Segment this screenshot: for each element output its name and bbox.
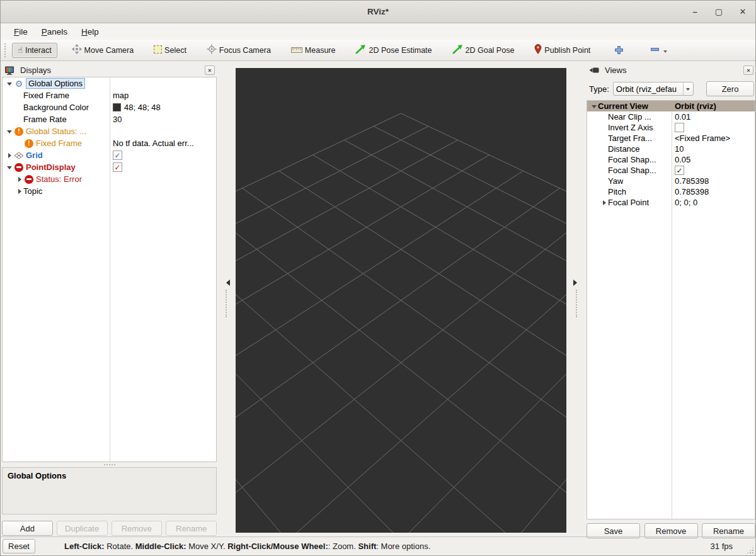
tree-row-focal-point[interactable]: Focal Point0; 0; 0	[587, 197, 755, 208]
tool-focus-camera[interactable]: Focus Camera	[201, 41, 277, 59]
zero-button[interactable]: Zero	[706, 81, 754, 96]
expander-right-icon[interactable]	[5, 153, 13, 158]
views-panel-title: Views	[605, 65, 626, 75]
reset-button[interactable]: Reset	[3, 539, 35, 553]
minimize-button[interactable]: –	[687, 4, 702, 20]
property-label: Pitch	[608, 187, 626, 196]
property-label: Background Color	[23, 103, 89, 112]
right-panel-splitter[interactable]	[567, 64, 586, 533]
displays-splitter-handle[interactable]	[2, 463, 217, 467]
property-value[interactable]: 0.785398	[675, 187, 709, 196]
focus-crosshair-icon	[207, 44, 217, 56]
tree-row-pitch[interactable]: Pitch0.785398	[587, 186, 755, 197]
checkbox-checked[interactable]: ✓	[113, 162, 122, 172]
plus-icon[interactable]	[609, 42, 629, 58]
remove-button: Remove	[112, 521, 163, 536]
tree-row-fixed-frame[interactable]: !Fixed FrameNo tf data. Actual err...	[3, 137, 216, 149]
displays-panel-header: Displays ×	[2, 64, 217, 77]
tree-row-background-color[interactable]: Background Color48; 48; 48	[3, 101, 216, 113]
property-value[interactable]: 0.785398	[675, 176, 709, 186]
tool-2d-pose-estimate[interactable]: 2D Pose Estimate	[350, 42, 437, 59]
property-value[interactable]: 48; 48; 48	[124, 103, 161, 112]
property-label: Focal Shap...	[608, 166, 656, 175]
property-label: Grid	[26, 150, 43, 160]
hand-icon: ☝	[18, 46, 23, 55]
expander-down-icon[interactable]	[5, 79, 13, 88]
tree-row-current-view[interactable]: Current ViewOrbit (rviz)	[587, 101, 755, 111]
error-icon	[13, 163, 25, 172]
checkbox-checked[interactable]: ✓	[113, 150, 122, 160]
collapse-right-icon[interactable]	[573, 280, 580, 286]
add-button[interactable]: Add	[2, 521, 53, 536]
property-value[interactable]: No tf data. Actual err...	[113, 139, 194, 148]
property-value[interactable]: 0.05	[675, 155, 690, 164]
minus-icon	[650, 45, 660, 56]
close-button[interactable]: ✕	[735, 4, 750, 20]
expander-right-icon[interactable]	[15, 189, 23, 194]
description-title: Global Options	[8, 471, 66, 480]
maximize-button[interactable]: ▢	[711, 4, 726, 20]
menu-help[interactable]: Help	[74, 25, 106, 38]
move-arrows-icon	[72, 44, 82, 56]
gear-icon: ⚙	[13, 79, 25, 88]
title-bar[interactable]: RViz* – ▢ ✕	[1, 1, 755, 23]
tree-row-grid[interactable]: Grid✓	[3, 149, 216, 161]
tool-move-camera[interactable]: Move Camera	[66, 41, 140, 59]
tree-row-status-error[interactable]: Status: Error	[3, 173, 216, 185]
tree-row-global-options[interactable]: ⚙Global Options	[3, 77, 216, 89]
tree-row-invert-z-axis[interactable]: Invert Z Axis	[587, 122, 755, 133]
tree-row-pointdisplay[interactable]: PointDisplay✓	[3, 161, 216, 173]
left-panel-splitter[interactable]	[217, 64, 235, 533]
tree-row-frame-rate[interactable]: Frame Rate30	[3, 113, 216, 125]
view-type-dropdown[interactable]: Orbit (rviz_defau	[613, 82, 694, 96]
tree-row-distance[interactable]: Distance10	[587, 144, 755, 154]
tool-interact[interactable]: ☝Interact	[12, 43, 57, 58]
views-panel: Views × Type: Orbit (rviz_defau Zero Cur…	[587, 64, 755, 533]
expander-right-icon[interactable]	[600, 200, 608, 205]
collapse-left-icon[interactable]	[223, 280, 230, 286]
property-value[interactable]: 30	[113, 115, 122, 124]
displays-close-icon[interactable]: ×	[205, 65, 215, 75]
checkbox-checked[interactable]: ✓	[675, 166, 684, 175]
checkbox-unchecked[interactable]	[675, 123, 684, 132]
3d-viewport[interactable]	[236, 68, 566, 533]
displays-tree: ⚙Global OptionsFixed FramemapBackground …	[2, 77, 217, 462]
menu-file[interactable]: File	[7, 25, 35, 38]
tree-row-focal-shap-[interactable]: Focal Shap...0.05	[587, 154, 755, 165]
duplicate-button: Duplicate	[57, 521, 108, 536]
tree-row-yaw[interactable]: Yaw0.785398	[587, 176, 755, 186]
property-value[interactable]: map	[113, 91, 129, 100]
tool-publish-point[interactable]: Publish Point	[529, 41, 596, 59]
tree-row-topic[interactable]: Topic	[3, 185, 216, 197]
property-value[interactable]: 0.01	[675, 112, 690, 122]
expander-down-icon[interactable]	[5, 127, 13, 136]
tree-row-target-fra-[interactable]: Target Fra...<Fixed Frame>	[587, 133, 755, 144]
expander-down-icon[interactable]	[590, 102, 598, 111]
resize-grip[interactable]	[747, 547, 754, 554]
tool-measure[interactable]: Measure	[285, 43, 341, 58]
tree-row-focal-shap-[interactable]: Focal Shap...✓	[587, 165, 755, 176]
tool-2d-goal-pose[interactable]: 2D Goal Pose	[447, 42, 520, 59]
tool-select[interactable]: Select	[148, 42, 192, 59]
expander-down-icon[interactable]	[5, 163, 13, 172]
expander-right-icon[interactable]	[15, 177, 23, 182]
views-close-icon[interactable]: ×	[743, 65, 753, 75]
property-value[interactable]: <Fixed Frame>	[675, 133, 730, 143]
property-label: Status: Error	[36, 174, 82, 184]
remove-tool-button[interactable]	[644, 42, 673, 59]
displays-panel-title: Displays	[20, 65, 51, 75]
property-value[interactable]: Orbit (rviz)	[675, 101, 716, 111]
property-value[interactable]: 10	[675, 144, 684, 154]
rviz-window: RViz* – ▢ ✕ FilePanelsHelp ☝InteractMove…	[0, 0, 756, 556]
color-swatch[interactable]	[113, 103, 121, 111]
property-label: Global Status: ...	[26, 127, 86, 136]
property-value[interactable]: 0; 0; 0	[675, 198, 697, 207]
menu-panels[interactable]: Panels	[35, 25, 74, 38]
tree-row-near-clip-[interactable]: Near Clip ...0.01	[587, 111, 755, 122]
tree-row-fixed-frame[interactable]: Fixed Framemap	[3, 89, 216, 101]
tree-row-global-status-[interactable]: !Global Status: ...	[3, 125, 216, 137]
property-label: Frame Rate	[23, 115, 67, 124]
toolbar-drag-handle[interactable]	[4, 43, 8, 57]
views-panel-header: Views ×	[587, 64, 755, 77]
green-arrow-icon	[452, 45, 463, 56]
